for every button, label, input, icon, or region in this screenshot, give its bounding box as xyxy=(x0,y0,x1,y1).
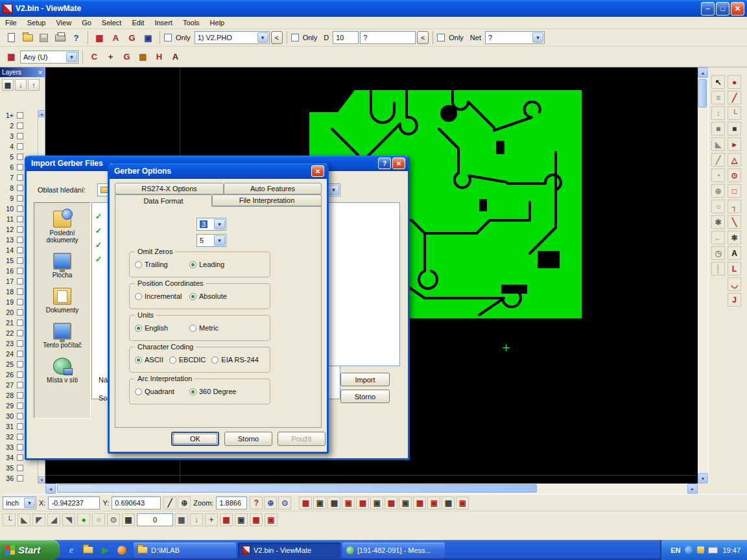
context-help-icon[interactable]: ? xyxy=(69,30,84,45)
scroll-up-icon[interactable]: ▴ xyxy=(38,110,45,117)
pad-pattern-icon-3[interactable]: ▦ xyxy=(250,513,263,526)
display-pattern-icon-7[interactable]: ▦ xyxy=(385,496,397,509)
layer-color-box[interactable] xyxy=(17,216,23,222)
import-cancel-button[interactable]: Storno xyxy=(340,390,390,403)
grid-snap-tool[interactable]: ▦ xyxy=(136,49,150,64)
place-my-computer[interactable]: Tento počítač xyxy=(34,323,90,349)
layer-up-button[interactable]: ↑ xyxy=(28,79,40,91)
print-icon[interactable] xyxy=(53,30,67,45)
radio-option-incremental[interactable]: Incremental xyxy=(135,292,189,300)
anchor-icon[interactable]: ↓ xyxy=(190,513,203,526)
measure-mode-icon[interactable]: ╱ xyxy=(163,496,176,509)
place-network[interactable]: Místa v síti xyxy=(34,358,90,384)
save-icon[interactable] xyxy=(36,30,51,45)
dialog-close-icon[interactable]: ✕ xyxy=(311,165,324,177)
open-folder-icon[interactable] xyxy=(20,30,35,45)
circle-tool[interactable]: ⊙ xyxy=(728,169,741,182)
layer-color-box[interactable] xyxy=(17,340,23,347)
place-recent-documents[interactable]: Poslední dokumenty xyxy=(34,211,90,244)
title-bar[interactable]: V2.bin - ViewMate – □ ✕ xyxy=(0,0,747,17)
layer-color-box[interactable] xyxy=(17,226,23,233)
d-value-input[interactable]: 10 xyxy=(333,31,359,44)
place-desktop[interactable]: Plocha xyxy=(34,253,90,279)
probe-icon[interactable]: ⊙ xyxy=(107,513,120,526)
gerber-dialog-title-bar[interactable]: Gerber Options ✕ xyxy=(110,163,327,179)
task-messenger[interactable]: [191-482-091] - Mess... xyxy=(342,542,445,558)
scroll-up-icon[interactable]: ▴ xyxy=(698,67,708,78)
layer-color-box[interactable] xyxy=(17,237,23,243)
only-d-checkbox[interactable] xyxy=(291,34,299,41)
letter-c-tool[interactable]: C xyxy=(87,49,102,64)
center-snap-tool[interactable]: + xyxy=(103,49,118,64)
radio-english[interactable] xyxy=(135,325,142,332)
ruler-tool[interactable]: │ xyxy=(711,262,725,275)
menu-view[interactable]: View xyxy=(51,17,77,29)
tray-shield-icon[interactable] xyxy=(697,546,704,554)
place-documents[interactable]: Dokumenty xyxy=(34,288,90,314)
layer-color-box[interactable] xyxy=(17,444,23,450)
new-document-icon[interactable] xyxy=(4,30,19,45)
media-icon[interactable]: ▶ xyxy=(99,544,112,557)
browser-icon[interactable] xyxy=(115,544,128,557)
tray-keyboard-icon[interactable] xyxy=(708,547,718,554)
layer-color-box[interactable] xyxy=(17,413,23,419)
vertical-scrollbar[interactable]: ▴ ▾ xyxy=(698,67,708,484)
units-combo[interactable]: inch xyxy=(3,496,36,509)
flip-c-icon[interactable]: ◢ xyxy=(47,513,60,526)
dialog-close-icon[interactable]: ✕ xyxy=(392,158,405,169)
letter-g-tool[interactable]: G xyxy=(119,49,134,64)
polyline-tool[interactable]: └ xyxy=(728,106,741,120)
mirror-tool[interactable]: ◣ xyxy=(711,137,725,151)
line-tool[interactable]: ╱ xyxy=(728,91,741,104)
ie-icon[interactable]: e xyxy=(65,544,78,557)
corner-ruler-icon[interactable]: └ xyxy=(3,513,16,526)
layer-color-box[interactable] xyxy=(17,351,23,357)
center-tool[interactable]: ⊕ xyxy=(711,184,725,198)
scroll-left-icon[interactable]: ◂ xyxy=(45,484,56,494)
radio-option-english[interactable]: English xyxy=(135,324,189,332)
radio-ebcdic[interactable] xyxy=(169,356,176,364)
sketch-tool[interactable]: ╲ xyxy=(728,215,741,229)
layer-color-box[interactable] xyxy=(17,465,23,471)
horizontal-scrollbar[interactable]: ◂ ▸ xyxy=(45,484,698,494)
dcode-table-icon[interactable]: ▦ xyxy=(92,30,107,45)
radio-option-ascii[interactable]: ASCII xyxy=(135,356,163,364)
layer-table-button[interactable]: ▦ xyxy=(2,79,14,91)
hook-tool[interactable]: J xyxy=(728,293,741,307)
layer-color-box[interactable] xyxy=(17,247,23,253)
layer-color-box[interactable] xyxy=(17,164,23,170)
flip-b-icon[interactable]: ◤ xyxy=(32,513,45,526)
triangle-tool[interactable]: △ xyxy=(728,153,741,167)
task-viewmate[interactable]: V2.bin - ViewMate xyxy=(238,542,340,558)
gear-tool[interactable]: ✱ xyxy=(728,231,741,244)
layer-color-box[interactable] xyxy=(17,257,23,264)
bulb-icon[interactable]: ○ xyxy=(92,513,105,526)
menu-go[interactable]: Go xyxy=(77,17,97,29)
flip-d-icon[interactable]: ◥ xyxy=(62,513,75,526)
select-cursor-tool[interactable]: ↖ xyxy=(711,75,725,89)
display-pattern-icon-11[interactable]: ▦ xyxy=(442,496,455,509)
slope-tool[interactable]: ╱ xyxy=(711,153,725,167)
order-list-tool[interactable]: ≡ xyxy=(711,91,725,104)
letter-a-tool[interactable]: A xyxy=(168,49,183,64)
corner-tool[interactable]: ┐ xyxy=(728,200,741,213)
prev-d-button[interactable]: < xyxy=(417,31,429,44)
task-mlab[interactable]: D:\MLAB xyxy=(134,542,236,558)
radio-option-360-degree[interactable]: 360 Degree xyxy=(189,388,237,395)
only-layer-checkbox[interactable] xyxy=(164,34,172,41)
grid-toggle-icon[interactable]: ▦ xyxy=(122,513,135,526)
radio-absolute[interactable] xyxy=(189,293,196,300)
menu-setup[interactable]: Setup xyxy=(22,17,51,29)
radio-option-eia-rs-244[interactable]: EIA RS-244 xyxy=(211,356,258,364)
settings-tool[interactable]: ✱ xyxy=(711,215,725,229)
letter-h-tool[interactable]: H xyxy=(152,49,167,64)
radio-option-absolute[interactable]: Absolute xyxy=(189,292,227,300)
layer-color-box[interactable] xyxy=(17,382,23,388)
pad-tool[interactable]: ● xyxy=(728,75,741,89)
clock[interactable]: 19:47 xyxy=(722,546,741,554)
layers-close-icon[interactable]: ✕ xyxy=(38,69,43,76)
magnify-tool[interactable]: ○ xyxy=(711,200,725,213)
radio-360-degree[interactable] xyxy=(189,388,196,395)
highlight-icon[interactable]: ▣ xyxy=(141,30,156,45)
dimension-l-tool[interactable]: L xyxy=(728,262,741,275)
